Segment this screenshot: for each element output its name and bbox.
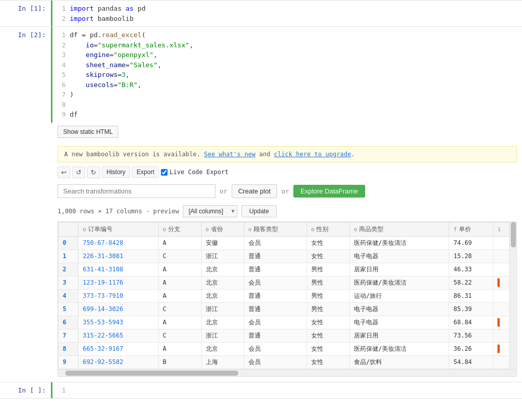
- table-row: 6355-53-5943A北京会员女性电子电器68.84▌: [59, 316, 516, 329]
- update-notice-text: A new bamboolib version is available.: [64, 151, 204, 158]
- code-line: 5 skiprows=3,: [58, 70, 517, 80]
- code-line: 3 engine="openpyxl",: [58, 50, 517, 60]
- th-index: [59, 222, 78, 236]
- cell-branch: A: [158, 236, 201, 249]
- update-notice-period: .: [351, 151, 355, 158]
- cell-index: 6: [59, 316, 78, 329]
- cell-1: In [1]: 1import pandas as pd 2import bam…: [0, 0, 522, 26]
- cell-gender: 男性: [307, 263, 349, 276]
- vertical-scrollbar[interactable]: [509, 222, 516, 369]
- redo-button[interactable]: ↺: [72, 166, 85, 178]
- code-line: 4 sheet_name="Sales",: [58, 60, 517, 70]
- cell-price: 68.84: [449, 316, 493, 329]
- cell-customer: 会员: [244, 316, 307, 329]
- cell-customer: 会员: [244, 236, 307, 249]
- cell-order: 665-32-9167: [78, 342, 158, 355]
- table-row: 9692-92-5582B上海会员女性食品/饮料54.84: [59, 355, 516, 369]
- click-here-link[interactable]: click here to upgrade: [274, 151, 351, 158]
- cell-index: 1: [59, 249, 78, 263]
- cell-price: 85.39: [449, 302, 493, 316]
- cell-2-code: 1df = pd.read_excel( 2 io="supermarkt_sa…: [58, 30, 517, 120]
- th-order-id: o订单编号: [78, 222, 158, 236]
- cell-product: 居家日用: [349, 263, 449, 276]
- cell-customer: 普通: [244, 263, 307, 276]
- update-button[interactable]: Update: [241, 205, 277, 217]
- create-plot-button[interactable]: Create plot: [232, 184, 278, 198]
- see-whats-new-link[interactable]: See what's new: [204, 151, 256, 158]
- cell-3-prompt: In [ ]:: [0, 382, 51, 399]
- live-code-label[interactable]: Live Code Export: [161, 169, 229, 176]
- cell-province: 安徽: [201, 236, 244, 249]
- cell-gender: 女性: [307, 249, 349, 263]
- table-body: 0750-67-8428A安徽会员女性医药保健/美妆清洁74.691226-31…: [59, 236, 516, 369]
- history-button[interactable]: History: [102, 166, 130, 178]
- th-price: f单价: [449, 222, 493, 236]
- cell-gender: 女性: [307, 329, 349, 342]
- table-row: 7315-22-5665C浙江普通女性居家日用73.56: [59, 329, 516, 342]
- v-scroll-thumb[interactable]: [511, 222, 516, 247]
- th-branch: o分支: [158, 222, 201, 236]
- refresh-button[interactable]: ↻: [87, 166, 100, 178]
- cell-2: In [2]: 1df = pd.read_excel( 2 io="super…: [0, 26, 522, 123]
- horizontal-scrollbar[interactable]: [58, 369, 516, 376]
- cell-1-body[interactable]: 1import pandas as pd 2import bamboolib: [51, 1, 522, 26]
- cell-price: 36.26: [449, 342, 493, 355]
- cell-province: 浙江: [201, 249, 244, 263]
- table-scroll-container[interactable]: o订单编号 o分支 o省份 o顾客类型 o性别 o商品类型 f单价 i 0750…: [58, 222, 516, 369]
- cell-gender: 女性: [307, 355, 349, 369]
- table-row: 2631-41-3108A北京普通男性居家日用46.33: [59, 263, 516, 276]
- cell-province: 北京: [201, 276, 244, 289]
- cell-province: 北京: [201, 263, 244, 276]
- live-code-checkbox[interactable]: [161, 169, 168, 176]
- cell-product: 电子电器: [349, 316, 449, 329]
- data-table: o订单编号 o分支 o省份 o顾客类型 o性别 o商品类型 f单价 i 0750…: [58, 222, 516, 369]
- cell-branch: C: [158, 329, 201, 342]
- cell-branch: C: [158, 302, 201, 316]
- cell-branch: C: [158, 249, 201, 263]
- cell-product: 医药保健/美妆清洁: [349, 236, 449, 249]
- search-transformations-input[interactable]: [58, 184, 215, 198]
- code-line: 1import pandas as pd: [58, 4, 517, 14]
- cell-order: 631-41-3108: [78, 263, 158, 276]
- cell-branch: A: [158, 276, 201, 289]
- cell-order: 699-14-3026: [78, 302, 158, 316]
- table-row: 3123-19-1176A北京会员男性医药保健/美妆清洁58.22▌: [59, 276, 516, 289]
- update-notice: A new bamboolib version is available. Se…: [58, 146, 517, 162]
- export-button[interactable]: Export: [132, 166, 159, 178]
- cell-3: In [ ]: 1: [0, 382, 522, 399]
- code-line: 7): [58, 90, 517, 100]
- or-text-1: or: [219, 187, 228, 195]
- cell-province: 浙江: [201, 329, 244, 342]
- cell-2-body[interactable]: 1df = pd.read_excel( 2 io="supermarkt_sa…: [51, 27, 522, 123]
- notebook: In [1]: 1import pandas as pd 2import bam…: [0, 0, 522, 420]
- cell-gender: 女性: [307, 342, 349, 355]
- h-scroll-thumb[interactable]: [65, 371, 238, 376]
- data-table-wrapper: o订单编号 o分支 o省份 o顾客类型 o性别 o商品类型 f单价 i 0750…: [58, 221, 517, 377]
- cell-customer: 会员: [244, 342, 307, 355]
- cell-gender: 女性: [307, 316, 349, 329]
- cell-index: 7: [59, 329, 78, 342]
- live-code-text: Live Code Export: [170, 169, 229, 176]
- cell-price: 54.84: [449, 355, 493, 369]
- cell-branch: A: [158, 342, 201, 355]
- cell-price: 86.31: [449, 289, 493, 302]
- cell-product: 运动/旅行: [349, 289, 449, 302]
- toolbar: ↩ ↺ ↻ History Export Live Code Export: [58, 166, 517, 178]
- th-product-type: o商品类型: [349, 222, 449, 236]
- cell-3-body[interactable]: 1: [51, 382, 522, 399]
- undo-button[interactable]: ↩: [58, 166, 70, 178]
- cell-order: 692-92-5582: [78, 355, 158, 369]
- show-static-html-button[interactable]: Show static HTML: [58, 126, 118, 138]
- code-line: 8: [58, 100, 517, 110]
- cell-price: 73.56: [449, 329, 493, 342]
- cell-order: 373-73-7910: [78, 289, 158, 302]
- table-row: 1226-31-3081C浙江普通女性电子电器15.28: [59, 249, 516, 263]
- columns-select[interactable]: [All columns]: [183, 205, 237, 217]
- table-row: 5699-14-3026C浙江普通男性电子电器85.39: [59, 302, 516, 316]
- code-line: 2 io="supermarkt_sales.xlsx",: [58, 40, 517, 50]
- cell-1-prompt: In [1]:: [0, 1, 51, 26]
- cell-gender: 男性: [307, 289, 349, 302]
- explore-dataframe-button[interactable]: Explore DataFrame: [293, 185, 365, 198]
- cell-product: 电子电器: [349, 249, 449, 263]
- th-gender: o性别: [307, 222, 349, 236]
